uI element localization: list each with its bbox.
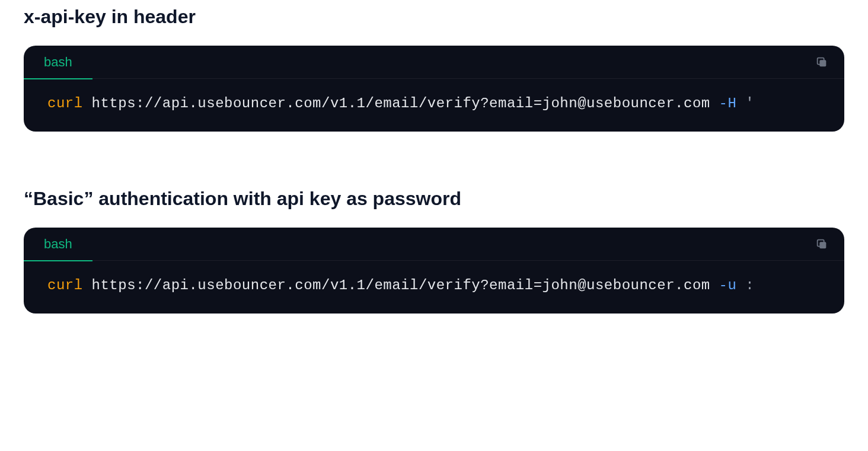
- language-tab[interactable]: bash: [24, 228, 92, 261]
- code-token-flag: -u: [719, 277, 737, 293]
- code-block: bash curl https://api.usebouncer.com/v1.…: [24, 228, 844, 314]
- code-body[interactable]: curl https://api.usebouncer.com/v1.1/ema…: [24, 261, 844, 314]
- code-token-url: https://api.usebouncer.com/v1.1/email/ve…: [92, 95, 710, 111]
- section-heading-basicauth: “Basic” authentication with api key as p…: [24, 188, 844, 210]
- svg-rect-0: [819, 60, 826, 66]
- section-heading-xapikey: x-api-key in header: [24, 6, 844, 28]
- copy-icon[interactable]: [813, 236, 830, 252]
- language-tab[interactable]: bash: [24, 46, 92, 79]
- code-block: bash curl https://api.usebouncer.com/v1.…: [24, 46, 844, 132]
- code-token-trail: :: [745, 277, 754, 293]
- copy-icon[interactable]: [813, 54, 830, 71]
- code-line: curl https://api.usebouncer.com/v1.1/ema…: [47, 95, 754, 111]
- code-header: bash: [24, 46, 844, 79]
- svg-rect-2: [819, 242, 826, 248]
- code-header: bash: [24, 228, 844, 261]
- code-token-flag: -H: [719, 95, 737, 111]
- code-token-command: curl: [47, 277, 83, 293]
- code-token-url: https://api.usebouncer.com/v1.1/email/ve…: [92, 277, 710, 293]
- code-token-command: curl: [47, 95, 83, 111]
- code-line: curl https://api.usebouncer.com/v1.1/ema…: [47, 277, 754, 293]
- code-token-trail: ': [745, 95, 754, 111]
- code-body[interactable]: curl https://api.usebouncer.com/v1.1/ema…: [24, 79, 844, 132]
